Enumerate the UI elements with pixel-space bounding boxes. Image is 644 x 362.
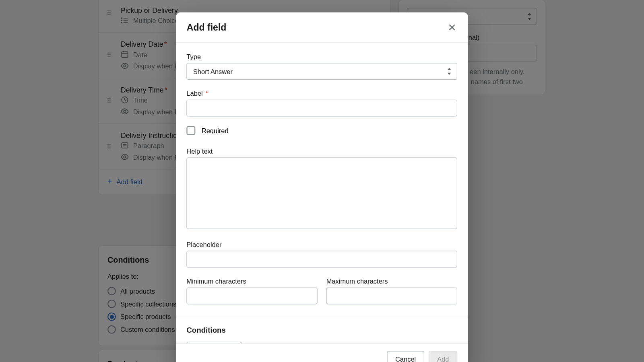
modal-header: Add field — [176, 12, 468, 43]
label-input[interactable] — [187, 99, 458, 116]
modal-title: Add field — [187, 22, 227, 33]
type-select[interactable]: Short Answer — [187, 63, 458, 80]
add-button[interactable]: Add — [429, 351, 457, 362]
close-button[interactable] — [447, 22, 457, 33]
help-text-input[interactable] — [187, 157, 458, 229]
max-chars-label: Maximum characters — [326, 277, 457, 285]
close-icon — [449, 24, 455, 30]
help-text-label: Help text — [187, 147, 458, 155]
add-condition-button[interactable]: Add condition — [187, 341, 242, 343]
min-chars-label: Minimum characters — [187, 277, 318, 285]
conditions-section-title: Conditions — [187, 326, 458, 335]
type-select-value: Short Answer — [187, 63, 458, 80]
type-label: Type — [187, 53, 458, 60]
modal-footer: Cancel Add — [176, 343, 468, 362]
label-label: Label * — [187, 89, 458, 97]
placeholder-input[interactable] — [187, 251, 458, 267]
add-field-modal: Add field Type Short Answer Label * Requ… — [176, 12, 468, 362]
modal-body: Type Short Answer Label * Required Help … — [176, 43, 468, 343]
required-label: Required — [202, 127, 229, 134]
cancel-button[interactable]: Cancel — [387, 351, 424, 362]
chevron-updown-icon — [447, 68, 452, 75]
placeholder-label: Placeholder — [187, 241, 458, 248]
min-chars-input[interactable] — [187, 287, 318, 304]
max-chars-input[interactable] — [326, 287, 457, 304]
checkbox-icon — [187, 126, 196, 135]
required-checkbox-row[interactable]: Required — [187, 126, 458, 135]
